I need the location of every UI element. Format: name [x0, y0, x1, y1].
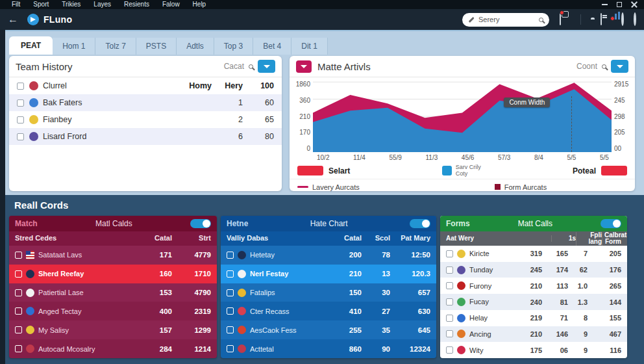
record-row[interactable]: Hetetay2007812:50 — [221, 246, 436, 265]
tab-peat[interactable]: PEAT — [9, 36, 53, 55]
team-history-row[interactable]: Bak Faters160 — [9, 94, 282, 111]
record-row[interactable]: Anged Tectay4002319 — [9, 302, 217, 320]
record-row[interactable]: Helay219718155 — [440, 310, 627, 326]
row-checkbox[interactable] — [15, 270, 22, 278]
area-chart[interactable]: Conm Width — [313, 81, 612, 152]
tab-adtls[interactable]: Adtls — [177, 38, 214, 55]
row-checkbox[interactable] — [15, 345, 22, 352]
team-history-dropdown-button[interactable] — [258, 60, 275, 73]
card-toggle[interactable] — [190, 219, 211, 228]
shield-red-icon — [457, 281, 465, 290]
document-button[interactable] — [601, 14, 602, 25]
select-button-label: Selart — [328, 166, 350, 176]
row-checkbox[interactable] — [446, 315, 453, 322]
team-history-header-row[interactable]: ClurrelHomyHery100 — [9, 77, 282, 94]
y-tick: 00 — [614, 145, 632, 152]
tab-top-3[interactable]: Top 3 — [214, 38, 253, 55]
menu-item-layes[interactable]: Layes — [87, 0, 118, 9]
row-checkbox[interactable] — [17, 116, 24, 124]
record-name: Acttetal — [250, 345, 328, 353]
activity-dropdown-button[interactable] — [611, 60, 628, 73]
row-checkbox[interactable] — [227, 289, 234, 296]
circle-red-icon — [26, 344, 34, 353]
menu-item-falow[interactable]: Falow — [156, 0, 186, 9]
row-checkbox[interactable] — [446, 282, 453, 289]
select-button[interactable] — [297, 166, 323, 176]
search-icon[interactable] — [539, 18, 543, 22]
record-row[interactable]: Wity175069116 — [440, 342, 627, 358]
tab-psts[interactable]: PSTS — [136, 38, 177, 55]
row-checkbox[interactable] — [227, 270, 234, 278]
search-icon[interactable] — [602, 64, 606, 69]
column-header: 100 — [243, 81, 274, 90]
record-row[interactable]: Fatalips15030657 — [221, 283, 436, 302]
cell-value: 171 — [138, 251, 172, 259]
tab-tolz-7[interactable]: Tolz 7 — [95, 38, 136, 55]
row-checkbox[interactable] — [15, 326, 22, 333]
record-row[interactable]: Patiertial Lase1534790 — [9, 283, 217, 302]
menu-item-help[interactable]: Help — [186, 0, 213, 9]
record-row[interactable]: Satataat Lavs1714779 — [9, 246, 217, 265]
menu-item-sport[interactable]: Sport — [27, 0, 55, 9]
maximize-icon[interactable] — [617, 2, 622, 7]
minimize-icon[interactable] — [602, 4, 608, 5]
record-row[interactable]: Kiricte3191657205 — [440, 246, 627, 262]
cell-value: 155 — [588, 314, 621, 322]
record-row[interactable]: Cter Recass41027630 — [221, 302, 436, 320]
record-row[interactable]: Ancing2101469467 — [440, 326, 627, 343]
record-row[interactable]: Furony2101131.0265 — [440, 278, 627, 294]
record-row[interactable]: Autocad Mcosalry2841214 — [9, 339, 217, 358]
record-row[interactable]: Fucay240811.3144 — [440, 294, 627, 310]
tab-bet-4[interactable]: Bet 4 — [253, 38, 291, 55]
record-row[interactable]: Nerl Festay21013120.3 — [221, 265, 436, 283]
card-toggle[interactable] — [410, 219, 430, 228]
record-row[interactable]: AesCaok Fess25535645 — [221, 320, 436, 339]
account-button[interactable] — [634, 14, 636, 25]
row-checkbox[interactable] — [17, 83, 24, 90]
row-checkbox[interactable] — [227, 326, 234, 333]
row-checkbox[interactable] — [17, 133, 24, 140]
ball-orange-icon — [457, 330, 465, 338]
card-column-header: Aat Wery1sFpli langCalbrate Form — [440, 231, 627, 246]
search-input[interactable]: Serery — [462, 13, 549, 27]
row-checkbox[interactable] — [446, 266, 453, 274]
collapse-chevron-button[interactable] — [296, 60, 312, 73]
record-row[interactable]: Acttetal8609012324 — [221, 339, 436, 358]
cell-value: 12:50 — [390, 251, 430, 259]
row-checkbox[interactable] — [446, 346, 453, 354]
menu-item-resients[interactable]: Resients — [118, 0, 156, 9]
row-checkbox[interactable] — [446, 330, 453, 337]
row-checkbox[interactable] — [227, 345, 234, 352]
row-checkbox[interactable] — [17, 99, 24, 107]
cell-value: 116 — [588, 346, 621, 354]
team-history-row[interactable]: Lisard Frord680 — [9, 128, 282, 145]
cell-value: 62 — [568, 266, 588, 274]
row-checkbox[interactable] — [15, 307, 22, 315]
search-icon[interactable] — [249, 64, 253, 69]
row-checkbox[interactable] — [446, 298, 453, 306]
back-arrow-icon[interactable]: ← — [8, 14, 18, 25]
column-header: 1s — [551, 235, 576, 242]
row-checkbox[interactable] — [227, 307, 234, 315]
team-name: Fianbey — [43, 115, 180, 124]
row-checkbox[interactable] — [446, 250, 453, 257]
tab-dit-1[interactable]: Dit 1 — [291, 38, 328, 55]
row-checkbox[interactable] — [15, 289, 22, 296]
record-row[interactable]: Tunday24517462176 — [440, 262, 627, 278]
tab-hom-1[interactable]: Hom 1 — [53, 38, 95, 55]
record-button[interactable] — [621, 14, 624, 25]
total-button[interactable] — [601, 166, 627, 176]
menu-item-filt[interactable]: Filt — [5, 0, 27, 9]
card-toggle[interactable] — [601, 219, 621, 228]
circle-yellow-icon — [457, 250, 465, 258]
row-checkbox[interactable] — [227, 252, 234, 259]
row-checkbox[interactable] — [15, 252, 22, 259]
cell-value: 630 — [390, 307, 430, 315]
share-button[interactable] — [560, 14, 561, 25]
menu-item-trikies[interactable]: Trikies — [55, 0, 87, 9]
close-icon[interactable] — [631, 1, 638, 8]
pen-icon — [469, 17, 475, 23]
team-history-row[interactable]: Fianbey265 — [9, 111, 282, 128]
record-row[interactable]: My Salisy1571299 — [9, 320, 217, 339]
record-row[interactable]: Sherd Reefay1601710 — [9, 265, 217, 283]
